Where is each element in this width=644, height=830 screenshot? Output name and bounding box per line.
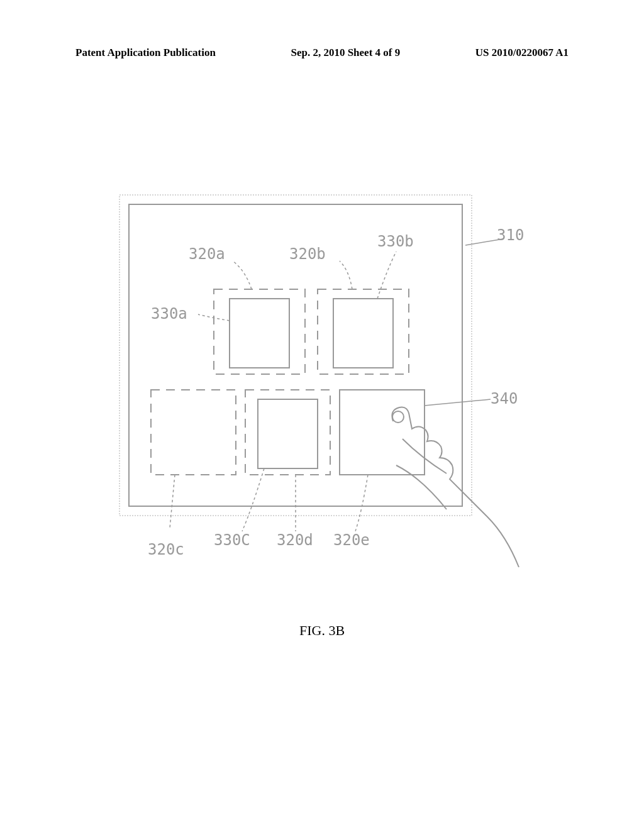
leader-320a (233, 261, 252, 289)
header-left: Patent Application Publication (75, 47, 216, 59)
leader-330b (377, 252, 396, 299)
label-320e: 320e (333, 531, 370, 549)
icon-330a (230, 299, 289, 368)
label-310: 310 (497, 226, 524, 244)
area-320a-dashed (214, 289, 305, 374)
page-header: Patent Application Publication Sep. 2, 2… (0, 47, 644, 59)
icon-330b (333, 299, 393, 368)
figure-3b: 310 320a 320b 330b 330a 340 320c 330C 32… (107, 189, 535, 578)
area-320c-dashed (151, 390, 236, 475)
svg-point-0 (392, 411, 404, 423)
figure-caption: FIG. 3B (0, 622, 644, 639)
header-right: US 2010/0220067 A1 (475, 47, 569, 59)
icon-330c (258, 399, 318, 468)
label-330a: 330a (151, 305, 187, 323)
label-330c: 330C (214, 531, 250, 549)
outer-frame (119, 195, 472, 516)
label-320a: 320a (189, 245, 225, 263)
label-320b: 320b (289, 245, 326, 263)
label-320c: 320c (148, 541, 184, 558)
label-330b: 330b (377, 233, 414, 250)
leader-340 (425, 399, 491, 406)
leader-320c (170, 475, 175, 528)
area-320b-dashed (318, 289, 409, 374)
area-320e-solid (340, 390, 425, 475)
label-320d: 320d (277, 531, 313, 549)
leader-320e (355, 475, 368, 531)
label-340: 340 (491, 390, 518, 407)
hand-icon (392, 407, 519, 567)
leader-320b (340, 261, 352, 289)
header-center: Sep. 2, 2010 Sheet 4 of 9 (291, 47, 400, 59)
leader-330c (242, 468, 264, 531)
